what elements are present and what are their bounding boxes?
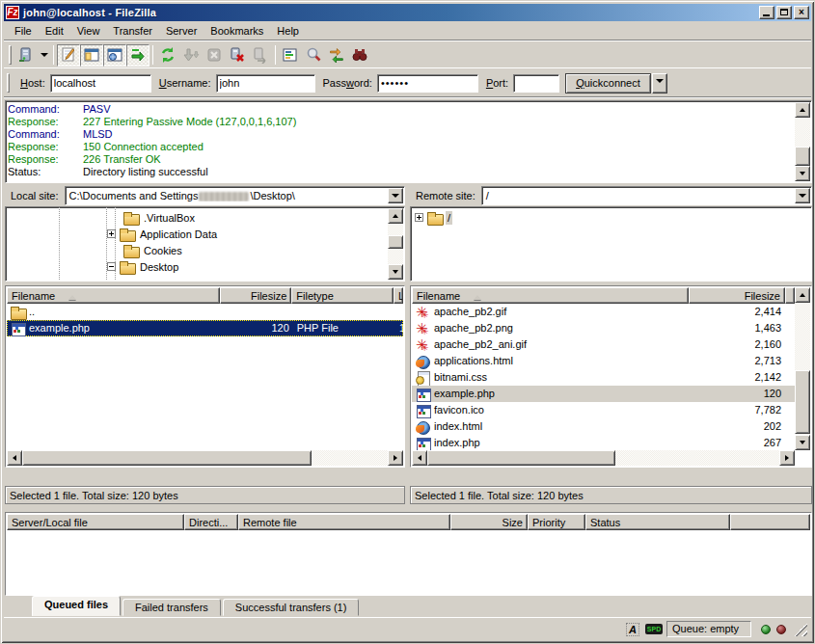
- expand-plus-icon[interactable]: [107, 229, 116, 238]
- quickconnect-grip[interactable]: [7, 73, 10, 93]
- alert-led-icon[interactable]: [776, 625, 786, 634]
- file-row[interactable]: apache_pb2_ani.gif 2,160: [412, 336, 795, 353]
- hscroll-thumb[interactable]: [22, 450, 312, 466]
- tab-failed-transfers[interactable]: Failed transfers: [122, 599, 221, 616]
- column-size[interactable]: Size: [450, 514, 528, 530]
- tab-queued-files[interactable]: Queued files: [32, 596, 121, 616]
- reconnect-button[interactable]: [249, 44, 272, 67]
- toolbar-grip[interactable]: [9, 45, 12, 65]
- vscroll-thumb[interactable]: [795, 370, 810, 434]
- directory-comparison-button[interactable]: [302, 44, 325, 67]
- file-row[interactable]: bitnami.css 2,142: [412, 369, 795, 386]
- tree-item-application-data[interactable]: Application Data: [107, 226, 219, 242]
- resize-grip[interactable]: [794, 623, 807, 636]
- site-manager-dropdown[interactable]: [38, 45, 50, 66]
- transfer-type-indicator[interactable]: A: [624, 622, 641, 637]
- menu-transfer[interactable]: Transfer: [106, 23, 159, 39]
- message-log-icon: [60, 46, 77, 64]
- menu-edit[interactable]: Edit: [39, 23, 70, 39]
- menu-server[interactable]: Server: [159, 23, 204, 39]
- column-lastmodified[interactable]: L: [394, 287, 403, 304]
- find-files-button[interactable]: [348, 44, 371, 67]
- file-row[interactable]: favicon.ico 7,782: [412, 402, 795, 418]
- column-priority[interactable]: Priority: [528, 514, 585, 530]
- tab-successful-transfers[interactable]: Successful transfers (1): [223, 599, 360, 616]
- file-row[interactable]: apache_pb2.png 1,463: [412, 320, 795, 336]
- remote-list-vscrollbar[interactable]: [795, 287, 810, 450]
- port-input[interactable]: [513, 74, 559, 93]
- sync-browsing-icon: [328, 46, 345, 64]
- password-input[interactable]: [377, 74, 478, 93]
- css-file-icon: [416, 371, 431, 385]
- local-site-combo[interactable]: C:\Documents and Settings\Desktop\: [65, 186, 405, 205]
- encryption-ok-led-icon[interactable]: [761, 625, 771, 634]
- column-filetype[interactable]: Filetype: [291, 287, 394, 304]
- menu-help[interactable]: Help: [270, 23, 306, 39]
- local-list-hscrollbar[interactable]: [7, 450, 403, 466]
- title-bar[interactable]: Fz john@localhost - FileZilla ×: [4, 4, 811, 21]
- column-status[interactable]: Status: [585, 514, 730, 530]
- file-row-example-php[interactable]: example.php 120 PHP File 1: [7, 320, 403, 336]
- tree-item-root[interactable]: /: [415, 209, 452, 226]
- username-input[interactable]: [216, 74, 315, 93]
- remote-site-dropdown[interactable]: [795, 188, 810, 203]
- file-row-parent[interactable]: ..: [7, 304, 403, 320]
- menu-bookmarks[interactable]: Bookmarks: [204, 23, 270, 39]
- column-filesize[interactable]: Filesize: [220, 287, 291, 304]
- host-input[interactable]: [50, 74, 151, 93]
- column-direction[interactable]: Directi...: [184, 514, 238, 530]
- minimize-button[interactable]: [759, 6, 774, 19]
- local-site-dropdown[interactable]: [388, 188, 403, 203]
- tree-item-cookies[interactable]: Cookies: [111, 242, 184, 258]
- hscroll-thumb[interactable]: [427, 450, 615, 466]
- log-line: Response:226 Transfer OK: [8, 153, 794, 166]
- disconnect-button[interactable]: [226, 44, 249, 67]
- remote-list-hscrollbar[interactable]: [412, 450, 795, 466]
- dropdown-arrow-icon: [41, 53, 48, 61]
- scroll-up-icon: [800, 290, 805, 297]
- synchronized-browsing-button[interactable]: [325, 44, 348, 67]
- quickconnect-button[interactable]: Quickconnect: [565, 73, 651, 94]
- local-site-row: Local site: C:\Documents and Settings\De…: [5, 186, 405, 205]
- expand-plus-icon[interactable]: [415, 213, 423, 222]
- file-row[interactable]: index.php 267: [412, 435, 795, 450]
- speed-limit-indicator[interactable]: SPD: [645, 622, 663, 637]
- toggle-transfer-queue-button[interactable]: [126, 44, 149, 67]
- menu-file[interactable]: File: [8, 23, 39, 39]
- column-pad: [730, 514, 810, 530]
- filter-icon: [282, 46, 299, 64]
- site-manager-button[interactable]: [14, 44, 38, 67]
- column-filename[interactable]: Filename: [7, 287, 220, 304]
- file-row[interactable]: applications.html 2,713: [412, 353, 795, 369]
- quickconnect-bar: Host: Username: Password: Port: Quickcon…: [4, 69, 811, 97]
- tree-item-virtualbox[interactable]: .VirtualBox: [111, 209, 197, 226]
- sort-ascending-icon: [474, 291, 481, 300]
- quickconnect-dropdown[interactable]: [652, 73, 667, 94]
- process-queue-button[interactable]: [179, 44, 203, 67]
- file-row[interactable]: index.html 202: [412, 418, 795, 435]
- menu-view[interactable]: View: [70, 23, 107, 39]
- log-scroll-thumb[interactable]: [795, 147, 810, 166]
- directory-filters-button[interactable]: [279, 44, 302, 67]
- maximize-button[interactable]: [776, 6, 792, 19]
- column-filesize[interactable]: Filesize: [689, 287, 785, 304]
- collapse-minus-icon[interactable]: [107, 262, 116, 271]
- transfer-queue: Server/Local file Directi... Remote file…: [5, 512, 812, 596]
- column-filename[interactable]: Filename: [412, 287, 689, 304]
- remote-site-combo[interactable]: /: [481, 186, 812, 205]
- file-row[interactable]: apache_pb2.gif 2,414: [412, 304, 795, 320]
- close-button[interactable]: ×: [794, 6, 809, 19]
- tree-scroll-thumb[interactable]: [388, 235, 403, 249]
- tree-item-desktop[interactable]: Desktop: [107, 258, 180, 275]
- toggle-message-log-button[interactable]: [57, 44, 80, 67]
- remote-tree: /: [410, 206, 812, 282]
- toggle-local-treeview-button[interactable]: [80, 44, 103, 67]
- file-row-example-php[interactable]: example.php 120: [412, 386, 795, 402]
- log-scrollbar[interactable]: [795, 102, 810, 181]
- column-remote-file[interactable]: Remote file: [238, 514, 450, 530]
- cancel-operation-button[interactable]: [203, 44, 226, 67]
- column-server-local-file[interactable]: Server/Local file: [7, 514, 184, 530]
- local-tree-scrollbar[interactable]: [388, 208, 403, 280]
- refresh-button[interactable]: [156, 44, 179, 67]
- toggle-remote-treeview-button[interactable]: [103, 44, 126, 67]
